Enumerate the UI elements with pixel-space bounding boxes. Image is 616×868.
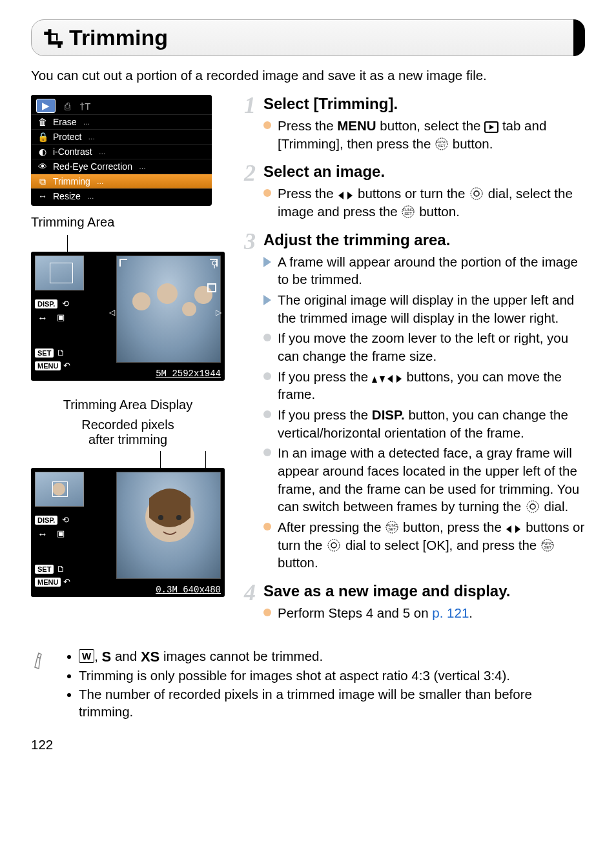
menu-item-i-contrast: ◐i-Contrast… — [31, 144, 212, 159]
thumb-original-2 — [35, 472, 84, 507]
svg-point-16 — [474, 191, 479, 196]
menu-item-trimming: ⧉Trimming… — [31, 174, 212, 188]
bullet-text: Perform Steps 4 and 5 on p. 121. — [278, 604, 473, 622]
bullet-text: A frame will appear around the portion o… — [278, 253, 585, 288]
svg-marker-20 — [372, 376, 377, 383]
crop-screenshot-2: DISP. ⟲ ↔ ▣ SET 🗋 MENU ↶ 0.3M 640x480 — [31, 468, 225, 597]
menu-item-resize: ↔Resize… — [31, 188, 212, 203]
rotate-icon-2: ⟲ — [62, 515, 69, 525]
bullet-marker — [263, 372, 271, 380]
svg-point-31 — [328, 540, 340, 551]
step-title: Select an image. — [263, 163, 585, 181]
note-row: W, S and XS images cannot be trimmed. — [67, 648, 585, 667]
bullet-marker — [263, 189, 271, 197]
section-title: Trimming — [69, 25, 168, 50]
step-number: 3 — [244, 230, 263, 574]
bullet-marker — [263, 334, 271, 341]
step-1: 1Select [Trimming].Press the MENU button… — [244, 95, 585, 155]
svg-point-15 — [471, 188, 482, 199]
bullet-marker — [263, 295, 271, 305]
svg-point-6 — [158, 515, 163, 520]
step-bullet: The original image will display in the u… — [263, 291, 585, 327]
bullet-text: After pressing the FUNCSET button, press… — [278, 518, 585, 572]
bullet-text: Press the buttons or turn the dial, sele… — [278, 185, 585, 220]
recorded-pixels-caption-2: after trimming — [31, 432, 225, 447]
menu-item-red-eye-correction: 👁Red-Eye Correction… — [31, 159, 212, 174]
svg-text:SET: SET — [438, 144, 446, 148]
menu-badge-2: MENU — [35, 578, 61, 587]
tab-print: ⎙ — [65, 101, 70, 112]
step-bullet: Perform Steps 4 and 5 on p. 121. — [263, 604, 585, 622]
note-dot — [67, 693, 71, 697]
rotate-icon: ⟲ — [62, 299, 69, 308]
resolution-readout-2: 0.3M 640x480 — [156, 585, 221, 595]
trimming-area-caption: Trimming Area — [31, 215, 225, 230]
svg-point-32 — [331, 543, 336, 548]
thumb-original — [35, 256, 84, 290]
menu-item-erase: 🗑Erase… — [31, 114, 212, 129]
bullet-text: Press the MENU button, select the tab an… — [278, 117, 585, 152]
step-number: 1 — [244, 94, 263, 155]
trimming-area-display-caption: Trimming Area Display — [31, 398, 225, 412]
flip-icon: ▣ — [57, 312, 65, 322]
main-preview-image: ⚲ ◁ ▷ — [116, 256, 221, 363]
svg-point-2 — [182, 302, 196, 316]
tab-tools: †T — [79, 101, 91, 112]
svg-text:SET: SET — [544, 545, 551, 549]
svg-point-1 — [157, 283, 178, 304]
bullet-marker — [263, 257, 271, 267]
step-bullet: A frame will appear around the portion o… — [263, 253, 585, 288]
bullet-text: If you press the DISP. button, you can c… — [278, 406, 585, 441]
step-title: Save as a new image and display. — [263, 582, 585, 600]
svg-point-24 — [527, 501, 539, 512]
bullet-text: In an image with a detected face, a gray… — [278, 444, 585, 516]
leader-line — [31, 235, 225, 252]
note-text: W, S and XS images cannot be trimmed. — [79, 648, 323, 667]
step-bullet: In an image with a detected face, a gray… — [263, 444, 585, 516]
step-4: 4Save as a new image and display.Perform… — [244, 582, 585, 625]
recorded-pixels-caption-1: Recorded pixels — [31, 418, 225, 432]
step-3: 3Adjust the trimming area.A frame will a… — [244, 231, 585, 574]
step-bullet: If you press the DISP. button, you can c… — [263, 406, 585, 441]
svg-marker-9 — [489, 125, 494, 130]
svg-marker-29 — [506, 525, 511, 533]
svg-point-25 — [530, 504, 535, 509]
bullet-marker — [263, 410, 271, 418]
bullet-text: If you move the zoom lever to the left o… — [278, 329, 585, 365]
svg-marker-13 — [338, 192, 344, 199]
step-title: Select [Trimming]. — [263, 95, 585, 113]
note-row: The number of recorded pixels in a trimm… — [67, 686, 585, 720]
svg-marker-23 — [396, 375, 402, 383]
bullet-text: The original image will display in the u… — [278, 291, 585, 327]
step-2: 2Select an image.Press the buttons or tu… — [244, 163, 585, 223]
menu-badge: MENU — [35, 361, 61, 370]
svg-marker-22 — [387, 375, 393, 383]
note-row: Trimming is only possible for images sho… — [67, 667, 585, 685]
main-preview-image-2 — [116, 472, 221, 579]
step-bullet: If you press the buttons, you can move t… — [263, 368, 585, 403]
svg-marker-30 — [515, 525, 520, 533]
svg-text:SET: SET — [405, 212, 413, 216]
tab-playback: ▶ — [36, 99, 56, 113]
disp-badge: DISP. — [35, 299, 57, 308]
leader-line-2 — [31, 451, 225, 468]
svg-text:SET: SET — [389, 527, 396, 531]
svg-marker-21 — [380, 376, 385, 383]
svg-marker-14 — [347, 192, 353, 199]
page-number: 122 — [31, 737, 585, 752]
set-badge: SET — [35, 348, 54, 358]
note-pencil-icon — [31, 648, 54, 722]
return-icon-2: ↶ — [63, 577, 70, 587]
bullet-marker — [263, 609, 271, 616]
flip-icon-2: ▣ — [57, 529, 65, 538]
note-text: The number of recorded pixels in a trimm… — [79, 686, 585, 720]
trimming-icon — [43, 28, 63, 48]
bullet-marker — [263, 121, 271, 129]
menu-item-protect: 🔒Protect… — [31, 129, 212, 144]
disp-badge-2: DISP. — [35, 516, 57, 525]
nav-arrows-icon: ↔ — [37, 312, 48, 324]
step-number: 4 — [244, 581, 263, 625]
return-icon: ↶ — [63, 361, 70, 370]
note-dot — [67, 674, 71, 678]
step-bullet: After pressing the FUNCSET button, press… — [263, 518, 585, 572]
